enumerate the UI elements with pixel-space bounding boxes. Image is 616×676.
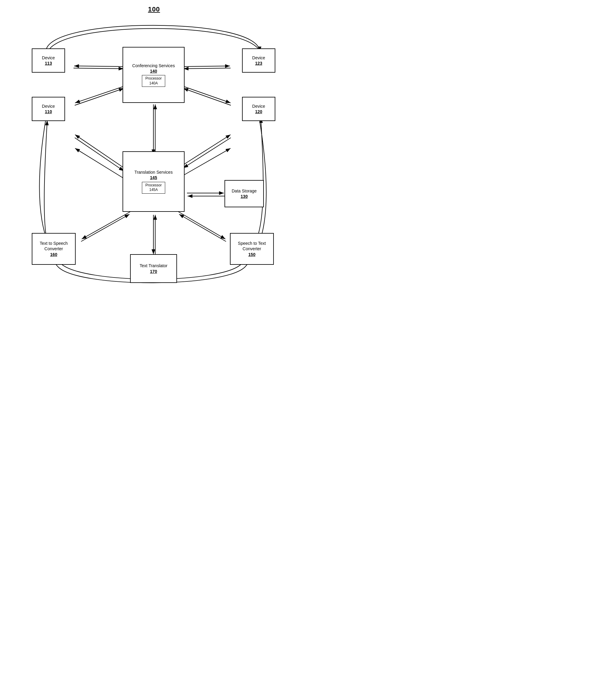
svg-line-3: [74, 66, 124, 67]
data-storage-box: Data Storage 130: [224, 180, 264, 207]
text-to-speech-box: Text to Speech Converter 160: [32, 233, 76, 265]
svg-line-16: [183, 138, 231, 168]
device-123-number: 123: [255, 60, 262, 66]
svg-line-17: [75, 148, 124, 178]
translation-processor-label: Processor: [145, 183, 162, 187]
svg-line-18: [183, 148, 231, 175]
translation-processor-number: 145A: [149, 187, 158, 192]
svg-line-6: [184, 68, 231, 69]
translation-processor-box: Processor 145A: [142, 182, 165, 194]
svg-line-4: [73, 68, 123, 69]
svg-line-15: [183, 135, 231, 165]
text-translator-number: 170: [150, 269, 157, 274]
svg-line-21: [82, 212, 130, 239]
text-to-speech-number: 160: [50, 252, 57, 257]
speech-to-text-label: Speech to Text Converter: [233, 240, 271, 251]
device-123-label: Device: [252, 55, 265, 60]
conferencing-label: Conferencing Services: [132, 63, 175, 68]
translation-number: 145: [150, 175, 157, 180]
data-storage-label: Data Storage: [232, 188, 257, 194]
device-113-label: Device: [42, 55, 55, 60]
device-113-number: 113: [45, 60, 52, 66]
speech-to-text-box: Speech to Text Converter 150: [230, 233, 274, 265]
device-123-box: Device 123: [242, 48, 275, 73]
device-113-box: Device 113: [32, 48, 65, 73]
conferencing-box: Conferencing Services 140 Processor 140A: [122, 47, 184, 103]
device-120-label: Device: [252, 104, 265, 109]
device-110-label: Device: [42, 104, 55, 109]
svg-line-8: [75, 89, 124, 105]
device-110-box: Device 110: [32, 97, 65, 121]
svg-line-9: [183, 86, 231, 103]
speech-to-text-number: 150: [248, 252, 256, 257]
svg-line-10: [183, 89, 231, 105]
text-to-speech-label: Text to Speech Converter: [35, 240, 73, 251]
svg-line-22: [81, 214, 129, 241]
conferencing-processor-number: 140A: [149, 81, 158, 85]
device-110-number: 110: [45, 109, 52, 114]
device-120-number: 120: [255, 109, 262, 114]
conferencing-processor-label: Processor: [145, 76, 162, 80]
svg-line-24: [179, 214, 226, 241]
svg-line-23: [178, 212, 225, 239]
translation-box: Translation Services 145 Processor 145A: [122, 151, 184, 212]
device-120-box: Device 120: [242, 97, 275, 121]
conferencing-number: 140: [150, 68, 157, 74]
diagram: 100: [0, 0, 308, 338]
text-translator-label: Text Translator: [140, 263, 168, 268]
svg-line-7: [75, 86, 124, 103]
translation-label: Translation Services: [134, 169, 172, 175]
svg-line-5: [183, 66, 230, 67]
svg-line-13: [75, 135, 124, 168]
conferencing-processor-box: Processor 140A: [142, 75, 165, 87]
diagram-title: 100: [0, 0, 308, 13]
text-translator-box: Text Translator 170: [130, 254, 177, 283]
svg-line-14: [75, 138, 124, 171]
data-storage-number: 130: [240, 194, 247, 199]
